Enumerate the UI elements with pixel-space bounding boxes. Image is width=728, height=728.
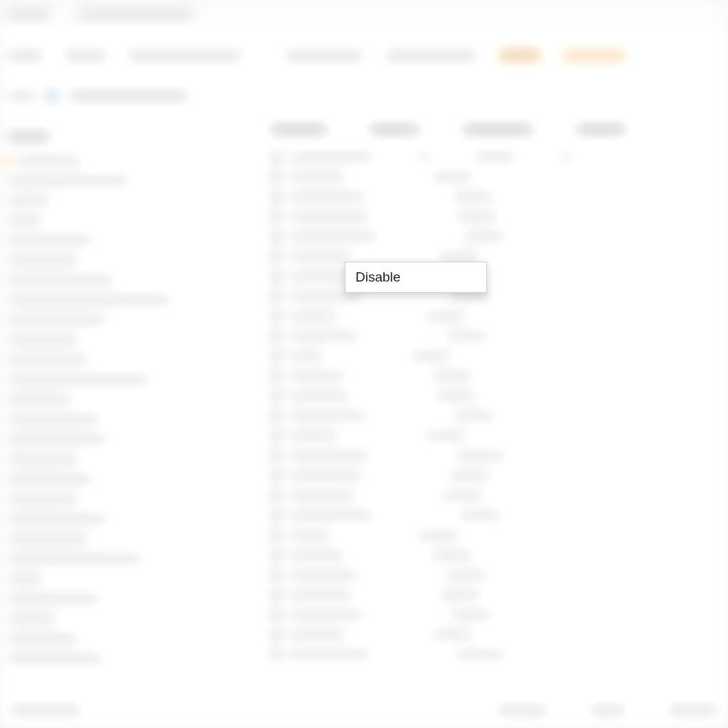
breadcrumb-icon — [44, 88, 60, 104]
sidebar-item[interactable] — [7, 154, 213, 167]
column-header[interactable] — [370, 124, 419, 134]
sidebar-item-label — [7, 654, 103, 663]
table-row[interactable] — [270, 269, 728, 284]
table-row[interactable] — [270, 309, 728, 323]
toolbar-item[interactable] — [128, 49, 242, 62]
sidebar-item-label — [7, 614, 57, 623]
table-row[interactable] — [270, 628, 728, 642]
column-header[interactable] — [462, 124, 533, 134]
sidebar-item-label — [7, 395, 71, 404]
row-icon — [270, 171, 282, 183]
row-icon — [270, 589, 282, 601]
row-icon — [270, 231, 282, 242]
breadcrumb-segment[interactable] — [7, 92, 36, 100]
sidebar-item-label — [7, 196, 50, 205]
table-row[interactable] — [270, 488, 728, 503]
cell — [289, 511, 374, 520]
table-row[interactable] — [270, 210, 728, 224]
status-left — [10, 706, 81, 714]
sidebar-item[interactable] — [7, 234, 213, 247]
sidebar-item[interactable] — [7, 433, 213, 446]
cell — [289, 173, 346, 181]
cell — [417, 153, 431, 161]
sidebar-item[interactable] — [7, 612, 213, 625]
side-navigation — [0, 124, 213, 700]
table-row[interactable] — [270, 548, 728, 562]
sidebar-item[interactable] — [7, 393, 213, 406]
table-row[interactable] — [270, 250, 728, 264]
sidebar-item[interactable] — [7, 353, 213, 366]
sidebar-item-label — [7, 336, 78, 344]
sidebar-item[interactable] — [7, 194, 213, 207]
row-icon — [270, 151, 282, 163]
toolbar-item[interactable] — [562, 49, 626, 62]
cell — [431, 173, 473, 181]
sidebar-item-label — [7, 276, 114, 284]
sidebar-item[interactable] — [7, 373, 213, 386]
sidebar-item[interactable] — [7, 652, 213, 665]
sidebar-item[interactable] — [7, 254, 213, 267]
sidebar-item[interactable] — [7, 592, 213, 605]
sidebar-item[interactable] — [7, 552, 213, 565]
table-row[interactable] — [270, 588, 728, 602]
table-header-row — [270, 124, 728, 140]
table-row[interactable] — [270, 369, 728, 383]
table-row[interactable] — [270, 469, 728, 483]
cell — [463, 232, 505, 241]
row-icon — [270, 311, 282, 322]
toolbar-item[interactable] — [64, 49, 107, 62]
row-icon — [270, 191, 282, 203]
cell — [473, 153, 516, 161]
sidebar-item[interactable] — [7, 413, 213, 426]
sidebar-item[interactable] — [7, 274, 213, 287]
table-row[interactable] — [270, 608, 728, 622]
table-row[interactable] — [270, 648, 728, 662]
cell — [449, 611, 491, 619]
table-row[interactable] — [270, 190, 728, 204]
table-row[interactable] — [270, 289, 728, 304]
row-icon — [270, 271, 282, 282]
cell — [289, 312, 338, 321]
toolbar-item[interactable] — [498, 49, 541, 62]
breadcrumb-text[interactable] — [68, 91, 189, 101]
toolbar — [0, 41, 728, 70]
row-icon — [270, 510, 282, 521]
table-row[interactable] — [270, 568, 728, 582]
sidebar-item[interactable] — [7, 453, 213, 466]
table-row[interactable] — [270, 230, 728, 244]
toolbar-item[interactable] — [385, 49, 477, 62]
table-row[interactable] — [270, 429, 728, 443]
toolbar-item[interactable] — [285, 49, 363, 62]
cell — [456, 451, 505, 460]
sidebar-item[interactable] — [7, 632, 213, 645]
table-row[interactable] — [270, 508, 728, 523]
table-row[interactable] — [270, 150, 728, 164]
sidebar-item[interactable] — [7, 572, 213, 585]
toolbar-item[interactable] — [7, 49, 43, 62]
context-menu-item-disable[interactable]: Disable — [346, 264, 486, 291]
table-row[interactable] — [270, 409, 728, 423]
cell — [289, 432, 338, 440]
sidebar-item[interactable] — [7, 532, 213, 545]
row-icon — [270, 410, 282, 422]
column-header[interactable] — [270, 124, 327, 134]
cell — [289, 471, 363, 480]
sidebar-item[interactable] — [7, 294, 213, 306]
table-row[interactable] — [270, 170, 728, 184]
column-header[interactable] — [576, 124, 626, 134]
sidebar-item[interactable] — [7, 333, 213, 346]
table-row[interactable] — [270, 329, 728, 343]
table-row[interactable] — [270, 349, 728, 363]
sidebar-item[interactable] — [7, 513, 213, 525]
table-row[interactable] — [270, 528, 728, 542]
table-row[interactable] — [270, 389, 728, 403]
sidebar-item[interactable] — [7, 214, 213, 227]
cell — [289, 591, 353, 599]
window-titlebar — [0, 0, 728, 28]
table-row[interactable] — [270, 449, 728, 463]
sidebar-item[interactable] — [7, 493, 213, 505]
sidebar-item[interactable] — [7, 314, 213, 326]
sidebar-item[interactable] — [7, 174, 213, 187]
sidebar-item[interactable] — [7, 473, 213, 486]
sidebar-item-label — [17, 156, 81, 165]
